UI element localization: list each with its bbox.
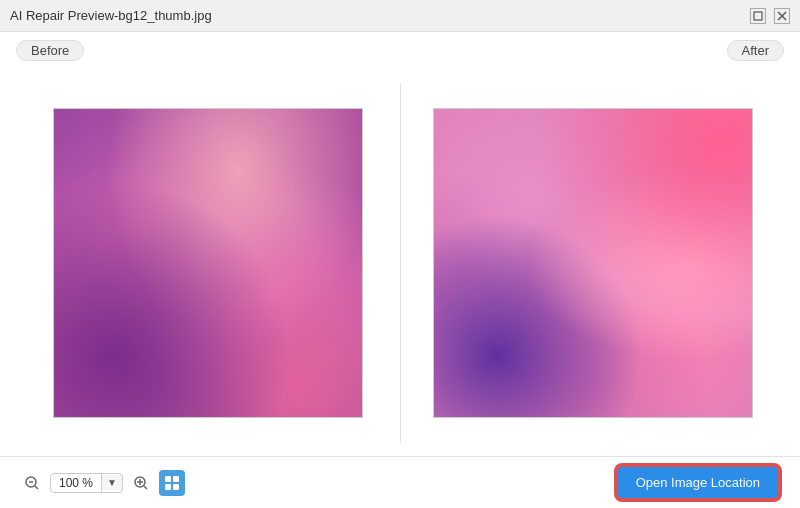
window-title: AI Repair Preview-bg12_thumb.jpg [10,8,212,23]
zoom-in-button[interactable] [129,471,153,495]
labels-row: Before After [0,32,800,69]
grid-view-button[interactable] [159,470,185,496]
after-image-panel [433,108,753,418]
after-image [433,108,753,418]
grid-icon [165,476,179,490]
images-area [0,69,800,456]
svg-line-5 [35,486,38,489]
maximize-button[interactable] [750,8,766,24]
svg-line-9 [144,486,147,489]
after-label: After [727,40,784,61]
zoom-value: 100 % [51,474,102,492]
svg-rect-0 [754,12,762,20]
zoom-dropdown-arrow[interactable]: ▼ [102,475,122,490]
window-controls [750,8,790,24]
zoom-in-icon [133,475,149,491]
main-area: Before After [0,32,800,456]
before-image-panel [48,108,368,418]
close-button[interactable] [774,8,790,24]
zoom-out-button[interactable] [20,471,44,495]
bottom-toolbar: 100 % ▼ Open Image Location [0,456,800,508]
before-label: Before [16,40,84,61]
zoom-display[interactable]: 100 % ▼ [50,473,123,493]
open-image-location-button[interactable]: Open Image Location [616,465,780,500]
before-image [53,108,363,418]
title-bar: AI Repair Preview-bg12_thumb.jpg [0,0,800,32]
zoom-out-icon [24,475,40,491]
zoom-controls: 100 % ▼ [20,470,185,496]
panel-divider [400,83,401,443]
